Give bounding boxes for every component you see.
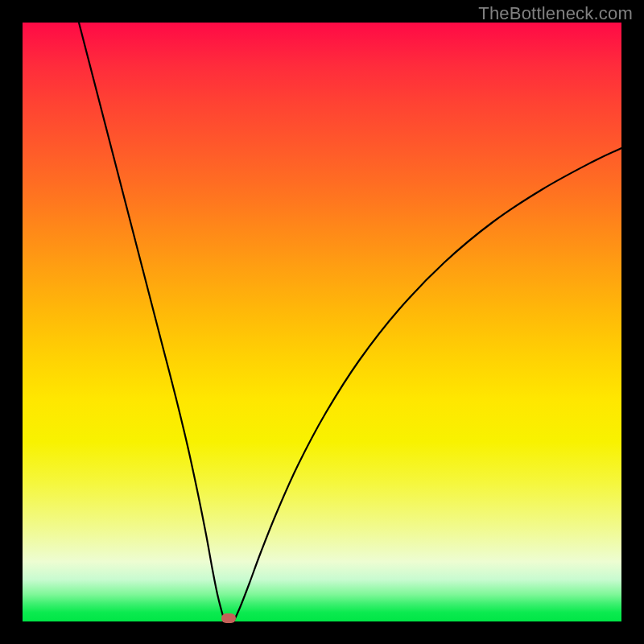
chart-plot-area xyxy=(23,23,621,621)
optimal-point-marker xyxy=(221,613,236,623)
watermark-text: TheBottleneck.com xyxy=(478,3,633,24)
curve-left-branch xyxy=(79,23,225,621)
curve-right-branch xyxy=(233,148,621,621)
bottleneck-curve xyxy=(23,23,621,621)
